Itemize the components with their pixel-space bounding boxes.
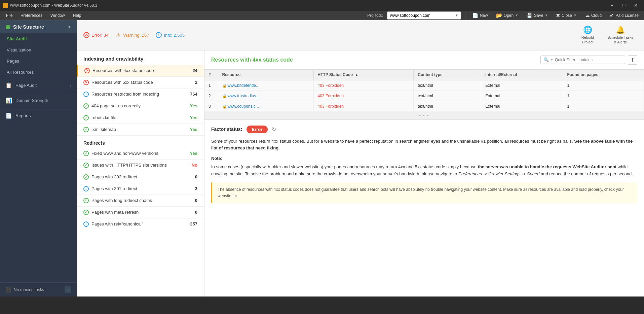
item-restricted-count: 764 <box>187 92 197 97</box>
sidebar-item-domain-strength[interactable]: 📊 Domain Strength <box>0 93 77 108</box>
item-301-count: 3 <box>187 186 197 191</box>
panel-resize-handle[interactable]: • • • <box>204 112 644 120</box>
section-crawl-title: Indexing and crawlability <box>77 50 204 65</box>
resource-table-container: # Resource HTTP Status Code ▲ Content ty… <box>204 70 644 112</box>
left-panel: Indexing and crawlability ✕ Resources wi… <box>77 50 204 296</box>
resource-link-2[interactable]: www.trustradius.... <box>228 94 261 98</box>
export-button[interactable]: ⬆ <box>628 55 637 65</box>
error-circle-icon-4xx: ✕ <box>84 68 90 73</box>
paid-license-button[interactable]: ✔ Paid License <box>607 11 641 20</box>
info-badge: i Info: 2,505 <box>156 32 184 38</box>
sidebar-item-site-audit[interactable]: Site Audit <box>0 33 77 44</box>
page-audit-icon: 📋 <box>5 82 12 89</box>
cell-resource-2[interactable]: 🔒www.trustradius.... <box>218 91 313 101</box>
sidebar-header[interactable]: ▦ Site Structure ▼ <box>0 20 77 33</box>
audit-item-302[interactable]: ✓ Pages with 302 redirect 0 <box>77 171 204 183</box>
cell-intext-1: External <box>481 80 563 91</box>
item-robots-label: robots.txt file <box>91 115 187 120</box>
schedule-label: Schedule Tasks& Alerts <box>607 35 633 45</box>
audit-item-canonical[interactable]: i Pages with rel="canonical" 357 <box>77 218 204 230</box>
open-button[interactable]: 📂 Open ▼ <box>493 11 521 20</box>
audit-item-http-https[interactable]: ✓ Issues with HTTP/HTTPS site versions N… <box>77 160 204 171</box>
close-button[interactable]: ✕ <box>631 1 641 9</box>
grid-icon: ▦ <box>5 24 10 30</box>
ok-circle-icon-robots: ✓ <box>83 115 89 120</box>
sidebar-item-pages[interactable]: Pages <box>0 56 77 67</box>
maximize-button[interactable]: □ <box>618 1 629 9</box>
menu-preferences[interactable]: Preferences <box>17 12 46 19</box>
license-icon: ✔ <box>610 12 614 19</box>
item-4xx-label: Resources with 4xx status code <box>92 68 185 73</box>
new-button[interactable]: 📄 New <box>469 11 491 20</box>
audit-item-meta-refresh[interactable]: ✓ Pages with meta refresh 0 <box>77 207 204 218</box>
item-robots-value: Yes <box>190 115 197 120</box>
menu-window[interactable]: Window <box>47 12 68 19</box>
sidebar-item-reports[interactable]: 📄 Reports <box>0 108 77 123</box>
col-content-type[interactable]: Content type <box>414 70 481 80</box>
sidebar-collapse-button[interactable]: ‹ <box>65 286 71 293</box>
cell-found-3: 1 <box>563 101 644 111</box>
factor-label: Factor status: <box>211 127 242 132</box>
item-www-label: Fixed www and non-www versions <box>91 151 187 156</box>
main-layout: ▦ Site Structure ▼ Site Audit Visualizat… <box>0 20 644 296</box>
item-https-label: Issues with HTTP/HTTPS site versions <box>91 163 189 168</box>
cell-resource-1[interactable]: 🔒www.bitdefende... <box>218 80 313 91</box>
audit-item-404[interactable]: ✓ 404 page set up correctly Yes <box>77 100 204 112</box>
sidebar-item-page-audit[interactable]: 📋 Page Audit › <box>0 78 77 93</box>
project-selector[interactable]: www.softocoupon.com <box>387 11 461 20</box>
sidebar-footer: ⬛ No running tasks ‹ <box>0 283 77 296</box>
menu-help[interactable]: Help <box>70 12 85 19</box>
col-http-status[interactable]: HTTP Status Code ▲ <box>313 70 414 80</box>
audit-item-www-fixed[interactable]: ✓ Fixed www and non-www versions Yes <box>77 148 204 160</box>
factor-note-title: Note: <box>211 156 637 161</box>
ok-circle-icon-404: ✓ <box>83 103 89 109</box>
refresh-icon[interactable]: ↻ <box>272 126 276 133</box>
filter-input[interactable] <box>555 58 622 62</box>
audit-item-robots[interactable]: ✓ robots.txt file Yes <box>77 112 204 124</box>
audit-item-restricted[interactable]: i Resources restricted from indexing 764 <box>77 89 204 100</box>
reports-label: Reports <box>15 113 31 118</box>
table-row: 2 🔒www.trustradius.... 403 Forbidden tex… <box>204 91 644 101</box>
save-button[interactable]: 💾 Save ▼ <box>524 11 551 20</box>
audit-item-5xx[interactable]: ✕ Resources with 5xx status code 2 <box>77 77 204 89</box>
minimize-button[interactable]: − <box>606 1 617 9</box>
audit-item-sitemap[interactable]: ✓ .xml sitemap Yes <box>77 124 204 136</box>
status-bar: ✕ Error: 34 ⚠ Warning: 167 i Info: 2,505… <box>77 20 644 50</box>
filter-dropdown-icon[interactable]: ▼ <box>550 58 554 62</box>
audit-item-long-chain[interactable]: ✓ Pages with long redirect chains 0 <box>77 195 204 207</box>
audit-item-301[interactable]: i Pages with 301 redirect 3 <box>77 183 204 195</box>
menu-file[interactable]: File <box>3 12 16 19</box>
close-project-button[interactable]: ✖ Close ▼ <box>553 11 579 20</box>
col-found-on-pages[interactable]: Found on pages <box>563 70 644 80</box>
sidebar-item-visualization[interactable]: Visualization <box>0 44 77 56</box>
cell-resource-3[interactable]: 🔒www.coupons.c... <box>218 101 313 111</box>
audit-item-4xx[interactable]: ✕ Resources with 4xx status code 24 <box>77 65 204 77</box>
cell-found-1: 1 <box>563 80 644 91</box>
sidebar-header-label: Site Structure <box>13 24 44 30</box>
cell-content-2: text/html <box>414 91 481 101</box>
close-project-icon: ✖ <box>556 12 560 19</box>
cell-num-1: 1 <box>204 80 218 91</box>
rebuild-project-button[interactable]: 🌐 RebuildProject <box>577 24 598 46</box>
item-404-label: 404 page set up correctly <box>91 103 187 108</box>
col-internal-external[interactable]: Internal/External <box>481 70 563 80</box>
resource-link-3[interactable]: www.coupons.c... <box>228 104 259 109</box>
domain-strength-label: Domain Strength <box>15 98 48 103</box>
resource-link-1[interactable]: www.bitdefende... <box>228 83 260 88</box>
sidebar-item-all-resources[interactable]: All Resources <box>0 67 77 78</box>
error-label: Error: 34 <box>91 33 109 38</box>
rebuild-label: RebuildProject <box>581 35 594 45</box>
section-redirects-title: Redirects <box>77 136 204 148</box>
cell-content-3: text/html <box>414 101 481 111</box>
note-body-3: and reduce the number of requests per se… <box>541 171 633 176</box>
item-canonical-label: Pages with rel="canonical" <box>91 221 185 226</box>
col-resource[interactable]: Resource <box>218 70 313 80</box>
item-5xx-count: 2 <box>187 80 197 85</box>
note-bold: the server was unable to handle the requ… <box>478 164 616 169</box>
cloud-button[interactable]: ☁ Cloud <box>582 11 604 20</box>
schedule-tasks-button[interactable]: 🔔 Schedule Tasks& Alerts <box>603 24 637 46</box>
ok-circle-icon-chain: ✓ <box>83 198 89 203</box>
warning-icon: ⚠ <box>115 32 121 38</box>
titlebar-title: www.softocoupon.com - WebSite Auditor v4… <box>10 3 97 8</box>
item-sitemap-value: Yes <box>190 127 197 132</box>
